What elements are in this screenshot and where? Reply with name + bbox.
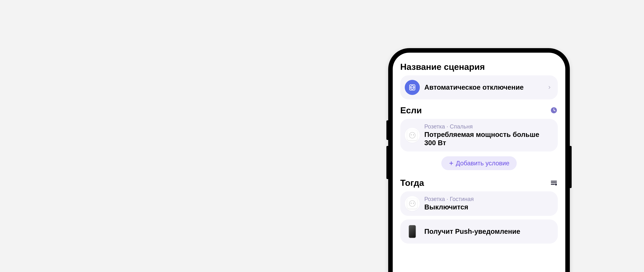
then-heading: Тогда <box>400 178 424 188</box>
if-heading: Если <box>400 105 422 115</box>
clock-icon[interactable] <box>550 106 558 114</box>
scenario-name-heading: Название сценария <box>400 62 558 72</box>
phone-side-button <box>570 146 572 188</box>
svg-point-2 <box>411 87 412 88</box>
plus-icon <box>448 160 454 166</box>
action-text: Получит Push-уведомление <box>424 227 552 236</box>
list-icon[interactable] <box>550 179 558 187</box>
condition-text: Потребляемая мощность больше 300 Вт <box>424 130 552 147</box>
socket-icon <box>405 80 420 95</box>
action-text: Выключится <box>424 203 552 211</box>
phone-device-icon <box>405 224 420 239</box>
scenario-name-value: Автоматическое отключение <box>424 83 543 92</box>
action-card[interactable]: Розетка · Гостиная Выключится <box>400 191 558 216</box>
phone-side-button <box>386 146 388 179</box>
phone-frame: Название сценария Автоматическое отключе… <box>388 48 570 272</box>
action-meta: Розетка · Гостиная <box>424 196 552 202</box>
phone-side-button <box>386 120 388 140</box>
add-condition-button[interactable]: Добавить условие <box>441 156 516 170</box>
scenario-name-card[interactable]: Автоматическое отключение <box>400 75 558 100</box>
action-card[interactable]: Получит Push-уведомление <box>400 220 558 244</box>
svg-rect-10 <box>555 184 557 185</box>
svg-point-3 <box>413 87 413 88</box>
condition-meta: Розетка · Спальня <box>424 123 552 130</box>
socket-device-icon <box>405 196 420 211</box>
socket-device-icon <box>405 128 420 143</box>
add-condition-label: Добавить условие <box>456 160 509 167</box>
condition-card[interactable]: Розетка · Спальня Потребляемая мощность … <box>400 119 558 152</box>
chevron-right-icon <box>547 84 552 91</box>
app-screen: Название сценария Автоматическое отключе… <box>393 53 565 272</box>
